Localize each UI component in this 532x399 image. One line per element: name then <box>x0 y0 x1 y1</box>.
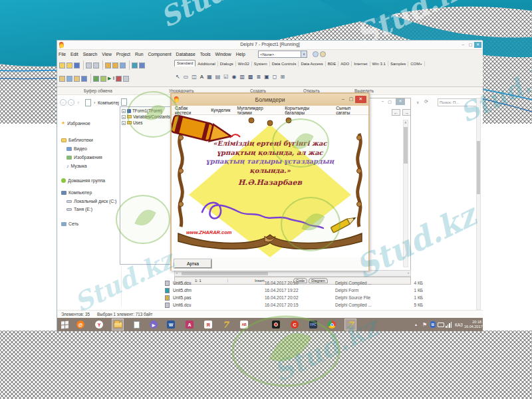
editor-vertical-scrollbar[interactable]: ∧ <box>403 120 408 267</box>
menu-tools[interactable]: Tools <box>200 52 211 57</box>
sidebar-item-libraries[interactable]: Библиотеки <box>61 138 93 142</box>
taskbar-yandex-app[interactable]: Я <box>202 319 214 331</box>
cursor-icon[interactable]: ↖ <box>176 74 180 80</box>
delphi-title-bar[interactable]: Delphi 7 - Project1 [Running] –▢✕ <box>57 41 483 50</box>
address-dropdown-icon[interactable]: ∨ <box>416 100 419 104</box>
app-menu-sabak[interactable]: Сабак кестеси <box>172 106 207 115</box>
search-input[interactable]: Поиск: П... ⌕ <box>438 98 480 106</box>
sidebar-item-music[interactable]: ♪Музыка <box>66 164 87 168</box>
delphi-close-button[interactable]: ✕ <box>474 42 481 48</box>
palette-tab-ado[interactable]: ADO <box>338 61 352 66</box>
app-title-bar[interactable]: Болимдери –▢✕ <box>172 94 368 106</box>
editor-minimize-button[interactable]: – <box>382 99 384 103</box>
tray-display[interactable] <box>438 318 444 331</box>
file-row[interactable]: Unit5.dcu 16.04.2017 20:10 Delphi Compil… <box>164 280 476 287</box>
delphi-minimize-button[interactable]: – <box>460 42 467 48</box>
sidebar-item-favorites[interactable]: ★Избранное <box>61 120 90 126</box>
palette-tab-additional[interactable]: Additional <box>196 61 217 66</box>
taskbar-delphi-running[interactable]: 7 <box>344 319 356 331</box>
expand-icon[interactable]: + <box>122 109 126 113</box>
treeview-toolbar-icon[interactable] <box>121 98 127 106</box>
file-row[interactable]: Unit5.dfm 16.04.2017 19:22 Delphi Form 1… <box>164 287 476 295</box>
tree-item-variables[interactable]: +Variables/Constants <box>122 114 172 119</box>
palette-tab-dataaccess[interactable]: Data Access <box>299 61 325 66</box>
tree-item-uses[interactable]: +Uses <box>122 120 172 125</box>
taskbar-delphi[interactable]: 7 <box>219 319 231 331</box>
app-menu-mugalimder[interactable]: Мугалимдер тизими <box>234 106 282 115</box>
sidebar-item-disk-c[interactable]: Локальный диск (C:) <box>66 199 116 203</box>
expand-icon[interactable]: + <box>122 121 126 125</box>
component-palette-icons[interactable]: ↖▭◫A▦▤☑◉▥▩≣▣◻⊞ <box>176 74 288 80</box>
menu-database[interactable]: Database <box>176 52 196 57</box>
tree-item-form[interactable]: +TForm1(TForm) <box>122 108 172 113</box>
editor-horizontal-scrollbar[interactable]: ‹ › <box>174 270 411 277</box>
palette-tab-dialogs[interactable]: Dialogs <box>218 61 236 66</box>
sidebar-item-pictures[interactable]: Изображения <box>66 155 102 160</box>
app-menu-synyp[interactable]: Сынып сагаты <box>332 106 368 115</box>
nav-forward-button[interactable]: → <box>68 99 74 106</box>
tray-network[interactable] <box>446 318 452 331</box>
taskbar-ccleaner[interactable]: C <box>289 319 301 331</box>
menu-file[interactable]: File <box>59 52 66 57</box>
palette-tab-system[interactable]: System <box>252 61 270 66</box>
help-toolbar-icons[interactable] <box>313 51 327 57</box>
palette-tab-bde[interactable]: BDE <box>326 61 338 66</box>
editor-close-button[interactable]: ✕ <box>396 98 405 105</box>
taskbar-fpc[interactable]: FPC <box>307 319 319 331</box>
palette-tab-win32[interactable]: Win32 <box>236 61 252 66</box>
menu-component[interactable]: Component <box>148 52 171 57</box>
taskbar-recorder[interactable] <box>270 319 282 331</box>
app-close-button[interactable]: ✕ <box>355 96 366 103</box>
pause-icon[interactable]: ‖ <box>112 76 114 80</box>
menu-edit[interactable]: Edit <box>70 52 78 57</box>
palette-tab-win31[interactable]: Win 3.1 <box>370 61 388 66</box>
palette-tab-complus[interactable]: COM+ <box>408 61 425 66</box>
start-button[interactable] <box>59 319 70 331</box>
taskbar-media-player[interactable]: ▶ <box>148 319 160 331</box>
app-menu-korytyndy[interactable]: Корытынды багалары <box>281 106 332 115</box>
tray-language[interactable]: КАЗ <box>455 318 463 331</box>
website-link[interactable]: www.ZHARAR.com <box>186 229 231 235</box>
taskbar-mail-agent[interactable]: @ <box>74 319 86 331</box>
sidebar-item-network[interactable]: Сеть <box>61 221 78 226</box>
menu-search[interactable]: Search <box>83 52 98 57</box>
taskbar-abbyy[interactable]: AB <box>238 319 250 331</box>
nav-up-button[interactable]: ↑ <box>77 100 80 105</box>
palette-tab-standard[interactable]: Standard <box>174 60 196 66</box>
tray-action-center[interactable]: ⚑ <box>422 318 427 331</box>
tray-bluetooth[interactable]: B <box>430 318 436 331</box>
tray-show-hidden[interactable]: ▲ <box>414 318 418 331</box>
scroll-left-icon[interactable]: ‹ <box>176 271 178 275</box>
palette-tab-internet[interactable]: Internet <box>352 61 370 66</box>
tray-clock[interactable]: 20:18 16.04.2017 <box>464 320 481 333</box>
palette-tab-datacontrols[interactable]: Data Controls <box>270 61 299 66</box>
sidebar-item-videos[interactable]: Видео <box>66 146 87 151</box>
palette-tab-samples[interactable]: Samples <box>388 61 408 66</box>
taskbar-file-explorer[interactable] <box>112 319 124 331</box>
sidebar-item-homegroup[interactable]: Домашняя группа <box>61 178 105 183</box>
delphi-maximize-button[interactable]: ▢ <box>467 42 474 48</box>
taskbar-chrome[interactable] <box>326 319 338 331</box>
editor-maximize-button[interactable]: ▢ <box>388 99 392 104</box>
menu-project[interactable]: Project <box>116 52 130 57</box>
scroll-right-icon[interactable]: › <box>408 271 409 275</box>
scrollbar-thumb[interactable] <box>477 141 480 194</box>
app-minimize-button[interactable]: – <box>339 96 347 103</box>
scrollbar-thumb[interactable] <box>182 272 268 275</box>
editor-forward-button[interactable]: → <box>402 109 411 116</box>
chevron-down-icon[interactable]: ∨ <box>301 51 307 57</box>
refresh-icon[interactable]: ⟳ <box>424 99 428 104</box>
run-icon[interactable]: ▶ <box>108 76 111 80</box>
menu-run[interactable]: Run <box>135 52 143 57</box>
component-selector-dropdown[interactable]: <None> ∨ <box>258 51 307 58</box>
breadcrumb[interactable]: Компьютер <box>98 100 120 105</box>
menu-view[interactable]: View <box>102 52 112 57</box>
app-menu-kundelik[interactable]: Кунделик <box>207 108 233 112</box>
scrollbar-thumb[interactable] <box>404 127 408 164</box>
delphi-speedbar-row1[interactable] <box>59 61 146 70</box>
sidebar-item-computer[interactable]: Компьютер <box>61 190 92 195</box>
explorer-vertical-scrollbar[interactable] <box>476 98 481 310</box>
file-row[interactable]: Unit5.pas 16.04.2017 20:02 Delphi Source… <box>164 295 476 302</box>
delphi-speedbar-row2[interactable]: ▶‖ <box>59 74 130 83</box>
sidebar-item-disk-e[interactable]: Таня (E:) <box>66 207 92 211</box>
